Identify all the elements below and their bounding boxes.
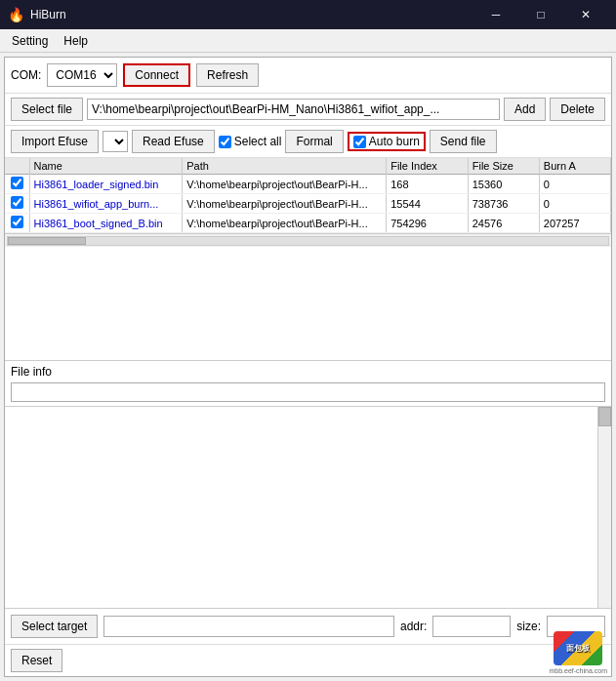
row-checkbox[interactable]	[11, 177, 23, 189]
menu-help[interactable]: Help	[56, 29, 96, 52]
addr-input[interactable]	[432, 616, 511, 637]
row-fileindex: 754296	[387, 214, 469, 233]
row-path: V:\home\bearpi\project\out\BearPi-H...	[183, 194, 387, 214]
com-label: COM:	[11, 68, 41, 82]
col-header-path: Path	[183, 158, 387, 175]
table-row: Hi3861_loader_signed.bin V:\home\bearpi\…	[5, 175, 611, 194]
file-info-label: File info	[11, 365, 605, 379]
row-check-cell[interactable]	[5, 194, 29, 214]
row-path: V:\home\bearpi\project\out\BearPi-H...	[183, 214, 387, 233]
row-burna: 207257	[539, 214, 610, 233]
watermark-text: mbb.eef-china.com	[549, 667, 607, 674]
row-checkbox[interactable]	[11, 216, 23, 228]
toolbar-row2: Select file Add Delete	[5, 94, 611, 126]
row-fileindex: 168	[387, 175, 469, 194]
reset-button[interactable]: Reset	[11, 649, 62, 672]
app-title: HiBurn	[30, 8, 473, 21]
efuse-dropdown[interactable]	[103, 131, 128, 152]
file-path-input[interactable]	[87, 99, 500, 120]
toolbar-row3: Import Efuse Read Efuse Select all Forma…	[5, 126, 611, 158]
row-burna: 0	[539, 175, 610, 194]
main-window: COM: COM16 Connect Refresh Select file A…	[4, 57, 612, 677]
send-file-button[interactable]: Send file	[430, 130, 497, 153]
row-filesize: 15360	[468, 175, 539, 194]
delete-button[interactable]: Delete	[550, 98, 605, 121]
connect-button[interactable]: Connect	[123, 63, 190, 87]
select-target-button[interactable]: Select target	[11, 615, 98, 638]
row-name: Hi3861_wifiot_app_burn...	[29, 194, 183, 214]
row-fileindex: 15544	[387, 194, 469, 214]
size-label: size:	[516, 620, 541, 633]
log-scrollbar[interactable]	[597, 407, 611, 609]
menu-bar: Setting Help	[0, 29, 616, 53]
formal-button[interactable]: Formal	[285, 130, 343, 153]
maximize-button[interactable]: □	[518, 0, 563, 29]
row-check-cell[interactable]	[5, 214, 29, 233]
col-header-fileindex: File Index	[387, 158, 469, 175]
horizontal-scrollbar[interactable]	[5, 233, 611, 247]
target-input[interactable]	[103, 616, 394, 637]
auto-burn-checkbox[interactable]	[353, 136, 366, 148]
row-check-cell[interactable]	[5, 175, 29, 194]
auto-burn-label: Auto burn	[369, 135, 420, 148]
toolbar-row1: COM: COM16 Connect Refresh	[5, 58, 611, 94]
close-button[interactable]: ✕	[563, 0, 608, 29]
file-table: Name Path File Index File Size Burn A Hi…	[5, 158, 611, 233]
bottom-bar1: Select target addr: size:	[5, 609, 611, 645]
add-button[interactable]: Add	[504, 98, 546, 121]
minimize-button[interactable]: ─	[473, 0, 518, 29]
row-name: Hi3861_loader_signed.bin	[29, 175, 183, 194]
select-all-label: Select all	[234, 135, 282, 148]
select-all-checkbox[interactable]	[219, 136, 231, 148]
file-info-input[interactable]	[11, 382, 605, 402]
window-controls: ─ □ ✕	[473, 0, 608, 29]
file-info-section: File info	[5, 361, 611, 407]
row-name: Hi3861_boot_signed_B.bin	[29, 214, 183, 233]
row-filesize: 738736	[468, 194, 539, 214]
refresh-button[interactable]: Refresh	[196, 63, 259, 87]
row-burna: 0	[539, 194, 610, 214]
row-checkbox[interactable]	[11, 196, 23, 209]
log-textarea[interactable]	[5, 407, 597, 609]
file-table-container: Name Path File Index File Size Burn A Hi…	[5, 158, 611, 361]
menu-setting[interactable]: Setting	[4, 29, 56, 52]
table-row: Hi3861_boot_signed_B.bin V:\home\bearpi\…	[5, 214, 611, 233]
col-header-burna: Burn A	[539, 158, 610, 175]
read-efuse-button[interactable]: Read Efuse	[132, 130, 215, 153]
scrollbar-thumb[interactable]	[8, 237, 86, 245]
row-path: V:\home\bearpi\project\out\BearPi-H...	[183, 175, 387, 194]
scrollbar-track[interactable]	[7, 236, 609, 246]
log-area	[5, 407, 611, 610]
col-header-name: Name	[29, 158, 183, 175]
log-scrollbar-thumb[interactable]	[598, 407, 611, 426]
import-efuse-button[interactable]: Import Efuse	[11, 130, 99, 153]
select-file-button[interactable]: Select file	[11, 98, 83, 121]
watermark-logo: 面包板	[554, 631, 602, 665]
table-row: Hi3861_wifiot_app_burn... V:\home\bearpi…	[5, 194, 611, 214]
col-header-check	[5, 158, 29, 175]
addr-label: addr:	[400, 620, 427, 633]
com-select[interactable]: COM16	[47, 63, 117, 87]
title-bar: 🔥 HiBurn ─ □ ✕	[0, 0, 616, 29]
col-header-filesize: File Size	[468, 158, 539, 175]
app-icon: 🔥	[8, 7, 24, 22]
bottom-bar2: Reset 面包板 mbb.eef-china.com	[5, 645, 611, 676]
auto-burn-checkbox-label[interactable]: Auto burn	[348, 132, 426, 151]
row-filesize: 24576	[468, 214, 539, 233]
watermark: 面包板 mbb.eef-china.com	[549, 631, 607, 674]
select-all-checkbox-label[interactable]: Select all	[219, 135, 282, 148]
